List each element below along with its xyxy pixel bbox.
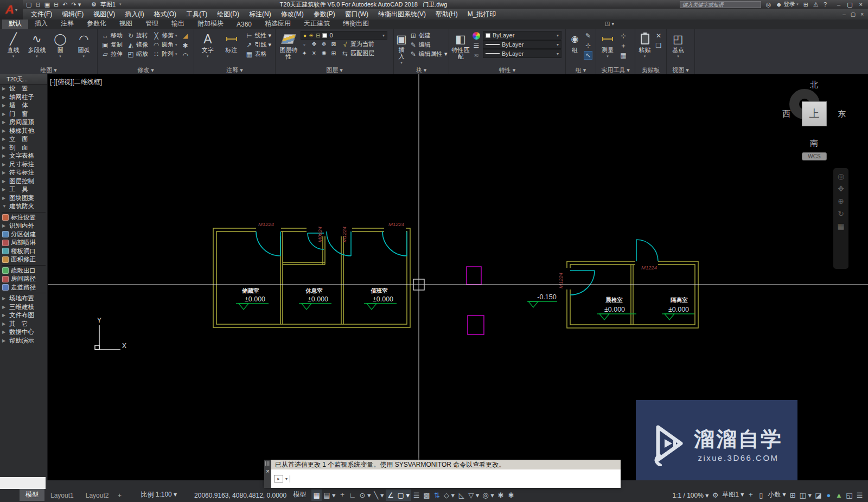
qat-save[interactable]: ▣: [44, 0, 50, 9]
restore-button[interactable]: ▢: [847, 1, 852, 8]
polyline-button[interactable]: ∿ 多段线 ▾: [25, 31, 48, 60]
erase-button[interactable]: ◢: [181, 31, 190, 40]
palette-group[interactable]: ▶ 其 它: [0, 320, 47, 329]
lineweight-dropdown[interactable]: ByLayer ▾: [483, 40, 561, 49]
menu-item[interactable]: 视图(V): [88, 9, 120, 20]
quick-select-icon[interactable]: ⊹: [619, 31, 628, 40]
layer-unisolate-icon[interactable]: ✦: [301, 50, 308, 57]
menu-item[interactable]: 帮助(H): [431, 9, 463, 20]
scale-button[interactable]: 比例 1:100 ▾: [138, 488, 179, 501]
linetype-list-icon[interactable]: ≂: [472, 51, 481, 60]
fillet-button[interactable]: ◠ 圆角 ▾: [151, 40, 179, 49]
stretch-button[interactable]: ▱ 拉伸 ▾: [100, 49, 124, 59]
palette-group[interactable]: ▶ 楼梯其他: [0, 127, 47, 136]
minimize-button[interactable]: –: [837, 1, 840, 8]
linear-dim-button[interactable]: ⊢ 线性 ▾: [244, 31, 273, 40]
trim-button[interactable]: ╳ 修剪 ▾: [151, 31, 179, 40]
layer-properties-button[interactable]: 图层特性: [278, 31, 299, 60]
circle-button[interactable]: ◯ 圆 ▾: [49, 31, 72, 60]
annotation-autoscale-toggle[interactable]: ✱: [506, 490, 516, 501]
panel-label-utilities[interactable]: 实用工具 ▾: [596, 66, 635, 74]
close-button[interactable]: ×: [859, 1, 863, 8]
palette-tool[interactable]: ▶ 局部喷淋: [0, 239, 47, 247]
orbit-icon[interactable]: ↻: [838, 210, 844, 217]
selection-cycling-toggle[interactable]: ⇅: [432, 490, 442, 501]
layer-isolate-icon[interactable]: ❖: [310, 41, 318, 48]
app-store-icon[interactable]: ⊞: [803, 1, 808, 8]
signin-button[interactable]: ☻ 登录 ▾: [776, 1, 799, 8]
search-input[interactable]: 键入关键字或短语: [680, 1, 761, 8]
set-current-layer-button[interactable]: √ 置为当前: [340, 40, 376, 49]
dynamic-input-toggle[interactable]: ＋: [337, 488, 348, 501]
osnap-tracking-toggle[interactable]: ∠: [386, 490, 396, 501]
layer-freeze-icon[interactable]: ❄: [320, 41, 328, 48]
line-button[interactable]: ╱ 直线 ▾: [2, 31, 24, 60]
snap-mode-toggle[interactable]: ▤ ▾: [322, 490, 337, 501]
model-space-button[interactable]: 模型: [291, 488, 308, 501]
palette-group[interactable]: ▶ 尺寸标注: [0, 160, 47, 169]
panel-label-properties[interactable]: 特性 ▾: [449, 66, 565, 74]
chevron-down-icon[interactable]: ▾: [285, 477, 288, 481]
layer-thaw-all-icon[interactable]: ☀: [310, 50, 318, 57]
base-point-button[interactable]: ◰ 基点 ▾: [669, 31, 687, 60]
id-point-icon[interactable]: ＋: [619, 41, 628, 50]
layer-lock-tool-icon[interactable]: ⊠: [330, 41, 337, 48]
ribbon-tab[interactable]: 天正建筑: [297, 18, 336, 29]
search-icon[interactable]: ◎: [766, 1, 771, 8]
palette-group[interactable]: ▶ 文件布图: [0, 311, 47, 320]
ribbon-tab[interactable]: 输出: [165, 18, 191, 29]
isodraft-toggle[interactable]: ╲ ▾: [373, 490, 386, 501]
palette-group[interactable]: ▶ 文字表格: [0, 152, 47, 160]
panel-label-view[interactable]: 视图 ▾: [667, 66, 694, 74]
palette-group[interactable]: ▶ 剖 面: [0, 144, 47, 152]
qat-plot[interactable]: ⊟: [54, 0, 59, 9]
menu-item[interactable]: 格式(O): [149, 9, 181, 20]
ribbon-tab[interactable]: 注释: [54, 18, 80, 29]
panel-label-group[interactable]: 组 ▾: [566, 66, 596, 74]
menu-item[interactable]: 文件(F): [26, 9, 57, 20]
menu-item[interactable]: 绘图(D): [212, 9, 244, 20]
wcs-dropdown[interactable]: WCS: [802, 152, 827, 160]
help-icon[interactable]: ?: [824, 1, 827, 8]
viewport-controls[interactable]: [-][俯视][二维线框]: [50, 78, 102, 87]
grid-toggle[interactable]: ▦: [311, 490, 322, 501]
color-dropdown[interactable]: ByLayer ▾: [483, 31, 561, 40]
group-edit-icon[interactable]: ⊹: [584, 41, 592, 50]
text-button[interactable]: A 文字 ▾: [196, 31, 219, 60]
layer-unlock-icon[interactable]: ⊞: [330, 50, 337, 57]
panel-label-draw[interactable]: 绘图 ▾: [0, 66, 97, 74]
menu-item[interactable]: 窗口(W): [340, 9, 373, 20]
ortho-toggle[interactable]: ∟: [348, 490, 358, 501]
panel-label-layers[interactable]: 图层 ▾: [276, 66, 393, 74]
table-button[interactable]: ▦ 表格: [244, 49, 273, 59]
palette-group[interactable]: ▶ 三维建模: [0, 303, 47, 312]
block-create-button[interactable]: ⊞ 创建: [408, 31, 449, 40]
menu-item[interactable]: 修改(M): [276, 9, 309, 20]
match-properties-button[interactable]: ◧ 特性匹配: [451, 31, 470, 60]
palette-tool[interactable]: ▶ 疏散出口: [0, 267, 47, 275]
3d-osnap-toggle[interactable]: ◇ ▾: [442, 490, 456, 501]
ribbon-tab[interactable]: 附加模块: [191, 18, 230, 29]
panel-label-annotate[interactable]: 注释 ▾: [194, 66, 275, 74]
units-button[interactable]: 小数 ▾: [766, 488, 787, 501]
annotation-monitor-toggle[interactable]: ＋: [745, 488, 756, 501]
scale-button[interactable]: ◰ 缩放 ▾: [125, 49, 150, 59]
ribbon-tab[interactable]: A360: [230, 20, 258, 29]
ribbon-tab[interactable]: 管理: [139, 18, 165, 29]
menu-item[interactable]: 标注(N): [244, 9, 276, 20]
dimension-button[interactable]: 标注: [220, 31, 243, 53]
menu-item[interactable]: 纬衡出图系统(V): [373, 9, 431, 20]
doc-close-button[interactable]: ×: [860, 11, 864, 17]
new-layout-button[interactable]: +: [114, 490, 124, 501]
tab-layout1[interactable]: Layout1: [44, 490, 80, 501]
palette-group[interactable]: ▶ 图块图案: [0, 194, 47, 203]
workspace-gear-icon[interactable]: ⚙: [710, 490, 720, 501]
menu-item[interactable]: M_批打印: [463, 9, 501, 20]
zoom-icon[interactable]: ⊕: [838, 197, 844, 205]
gizmo-toggle[interactable]: ◎ ▾: [481, 490, 495, 501]
palette-group[interactable]: ▶ 工 具: [0, 185, 47, 194]
block-edit-attr-button[interactable]: ✎ 编辑属性 ▾: [408, 49, 449, 59]
command-input[interactable]: ▸ ▾: [271, 469, 621, 488]
coordinates-readout[interactable]: 20060.9163, 4080.4812, 0.0000: [192, 490, 289, 501]
fade-button[interactable]: ◠: [181, 51, 190, 60]
